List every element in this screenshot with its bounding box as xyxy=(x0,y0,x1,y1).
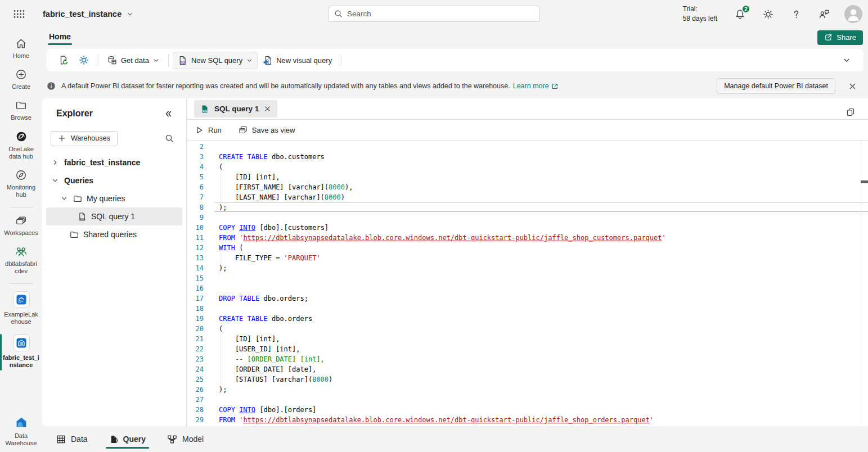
line-number: 5 xyxy=(187,172,204,182)
code-text: -- [ORDER_DATE] [int], xyxy=(204,354,325,364)
rail-item-browse[interactable]: Browse xyxy=(0,96,42,126)
code-line-24[interactable]: 24 [ORDER_DATE] [date], xyxy=(187,364,868,374)
rail-item-data-warehouse[interactable]: DataWarehouse xyxy=(0,412,42,452)
explorer-search-button[interactable] xyxy=(161,130,177,146)
bottom-tab-query[interactable]: Query xyxy=(108,431,147,448)
chevron-down-icon[interactable] xyxy=(60,195,69,202)
editor-scroll-marker[interactable] xyxy=(861,180,868,183)
code-line-25[interactable]: 25 [STATUS] [varchar](8000) xyxy=(187,374,868,385)
rail-item-home[interactable]: Home xyxy=(0,34,42,65)
save-as-view-button[interactable]: Save as view xyxy=(239,125,295,134)
code-line-8[interactable]: 8); xyxy=(187,202,868,213)
feedback-button[interactable] xyxy=(816,6,832,22)
code-line-21[interactable]: 21 [ID] [int], xyxy=(187,334,868,344)
code-line-23[interactable]: 23 -- [ORDER_DATE] [int], xyxy=(187,354,868,364)
code-line-9[interactable]: 9 xyxy=(187,213,868,223)
code-line-11[interactable]: 11FROM 'https://dbtlabsynapsedatalake.bl… xyxy=(187,233,868,243)
code-line-18[interactable]: 18 xyxy=(187,304,868,314)
tree-item-sql-query-1[interactable]: SQLSQL query 1 xyxy=(46,207,182,225)
code-line-15[interactable]: 15 xyxy=(187,273,868,283)
rail-item-fabric-test-instance[interactable]: fabric_test_instance xyxy=(0,331,42,374)
code-line-6[interactable]: 6 [FIRST_NAME] [varchar](8000), xyxy=(187,182,868,192)
indent-guide xyxy=(221,172,221,182)
rail-item-onelake-data-hub[interactable]: OneLakedata hub xyxy=(0,126,42,165)
visual-query-icon xyxy=(263,56,272,65)
code-line-12[interactable]: 12WITH ( xyxy=(187,243,868,253)
code-line-28[interactable]: 28COPY INTO [dbo].[orders] xyxy=(187,405,868,415)
search-icon xyxy=(165,134,174,143)
run-icon xyxy=(195,126,204,134)
trial-status: Trial: 58 days left xyxy=(683,4,717,24)
code-text xyxy=(204,283,219,293)
bottom-tab-data[interactable]: Data xyxy=(55,431,89,448)
tab-home[interactable]: Home xyxy=(48,30,72,46)
app-launcher-button[interactable] xyxy=(11,6,27,22)
share-button[interactable]: Share xyxy=(817,30,863,45)
rail-item-monitoring-hub[interactable]: Monitoringhub xyxy=(0,165,42,204)
new-sql-query-button[interactable]: SQL New SQL query xyxy=(173,52,258,69)
code-line-19[interactable]: 19CREATE TABLE dbo.orders xyxy=(187,314,868,324)
rail-item-label: ExampleLakehouse xyxy=(4,311,38,326)
code-line-7[interactable]: 7 [LAST_NAME] [varchar](8000) xyxy=(187,192,868,202)
chevron-right-icon[interactable] xyxy=(51,159,60,166)
new-visual-query-button[interactable]: New visual query xyxy=(258,52,337,69)
rail-item-label: OneLakedata hub xyxy=(8,146,34,160)
code-line-14[interactable]: 14); xyxy=(187,263,868,273)
tree-item-fabric-test-instance[interactable]: fabric_test_instance xyxy=(46,153,182,171)
chevron-down-icon[interactable] xyxy=(51,177,60,184)
code-line-3[interactable]: 3CREATE TABLE dbo.customers xyxy=(187,152,868,162)
rail-item-dbtlabsfabricdev[interactable]: dbtlabsfabricdev xyxy=(0,242,42,280)
banner-close-button[interactable] xyxy=(844,78,860,94)
folder-icon xyxy=(70,230,79,239)
notifications-button[interactable]: 2 xyxy=(732,6,748,22)
data-tab-icon xyxy=(56,435,66,444)
sql-query-tab[interactable]: SQL SQL query 1 xyxy=(194,100,277,117)
code-line-4[interactable]: 4( xyxy=(187,162,868,172)
code-line-26[interactable]: 26); xyxy=(187,385,868,395)
get-data-button[interactable]: Get data xyxy=(102,52,164,69)
code-text xyxy=(204,395,219,405)
tree-item-queries[interactable]: Queries xyxy=(46,171,182,189)
save-as-view-icon xyxy=(239,125,248,134)
account-avatar[interactable] xyxy=(844,5,862,23)
refresh-script-button[interactable] xyxy=(53,51,74,69)
code-line-2[interactable]: 2 xyxy=(187,142,868,152)
learn-more-link[interactable]: Learn more xyxy=(513,82,559,90)
code-line-10[interactable]: 10COPY INTO [dbo].[customers] xyxy=(187,223,868,233)
code-line-16[interactable]: 16 xyxy=(187,283,868,293)
tree-item-my-queries[interactable]: My queries xyxy=(46,189,182,207)
collapse-ribbon-button[interactable] xyxy=(839,52,854,68)
settings-button[interactable] xyxy=(760,6,776,22)
code-line-5[interactable]: 5 [ID] [int], xyxy=(187,172,868,182)
copy-button[interactable] xyxy=(843,104,858,120)
code-line-27[interactable]: 27 xyxy=(187,395,868,405)
bottom-tab-model[interactable]: Model xyxy=(166,431,205,448)
help-button[interactable] xyxy=(788,6,804,22)
code-line-20[interactable]: 20( xyxy=(187,324,868,334)
collapse-explorer-button[interactable] xyxy=(160,106,176,121)
workspace-title-dropdown[interactable]: fabric_test_instance xyxy=(43,10,133,19)
rail-item-create[interactable]: Create xyxy=(0,65,42,96)
lakehouse-icon xyxy=(13,291,30,308)
chevron-down-icon xyxy=(127,11,133,17)
new-warehouse-button[interactable]: Warehouses xyxy=(51,131,118,146)
rail-item-examplelakehouse[interactable]: ExampleLakehouse xyxy=(0,287,42,331)
line-number: 27 xyxy=(187,395,204,405)
code-line-29[interactable]: 29FROM 'https://dbtlabsynapsedatalake.bl… xyxy=(187,415,868,425)
line-number: 19 xyxy=(187,314,204,324)
settings-gear-button[interactable] xyxy=(74,51,94,69)
search-input[interactable] xyxy=(347,10,534,18)
sql-code-editor[interactable]: 23CREATE TABLE dbo.customers4(5 [ID] [in… xyxy=(187,142,868,426)
code-line-17[interactable]: 17DROP TABLE dbo.orders; xyxy=(187,293,868,304)
global-search[interactable] xyxy=(328,6,540,22)
code-line-22[interactable]: 22 [USER_ID] [int], xyxy=(187,344,868,354)
close-icon[interactable] xyxy=(264,105,271,112)
manage-default-dataset-button[interactable]: Manage default Power BI dataset xyxy=(717,78,835,94)
code-line-13[interactable]: 13 FILE_TYPE = 'PARQUET' xyxy=(187,253,868,263)
tree-item-label: fabric_test_instance xyxy=(64,158,140,167)
rail-item-workspaces[interactable]: Workspaces xyxy=(0,211,42,242)
line-number: 25 xyxy=(187,374,204,385)
indent-guide xyxy=(221,354,221,364)
tree-item-shared-queries[interactable]: Shared queries xyxy=(46,225,182,243)
run-button[interactable]: Run xyxy=(195,126,222,134)
